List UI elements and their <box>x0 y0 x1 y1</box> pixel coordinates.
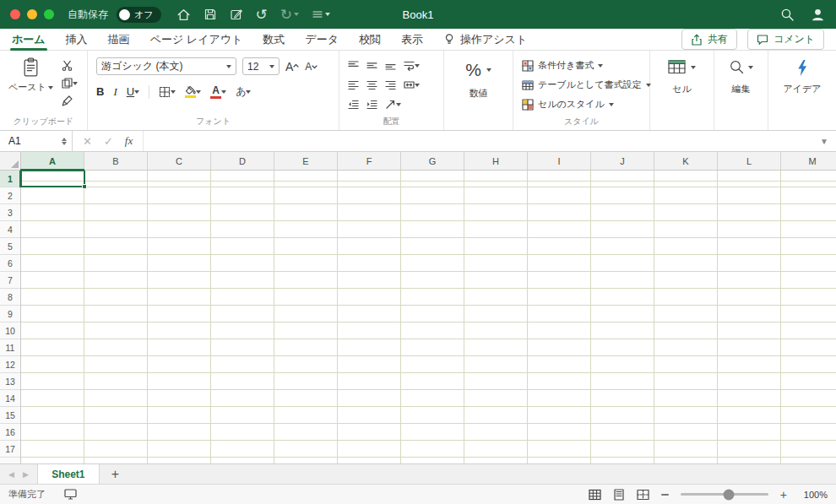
formula-input[interactable] <box>144 131 812 151</box>
tab-挿入[interactable]: 挿入 <box>66 29 88 51</box>
column-header-J[interactable]: J <box>591 152 654 170</box>
row-header-11[interactable]: 11 <box>0 339 20 356</box>
row-header-1[interactable]: 1 <box>0 171 20 187</box>
row-header-9[interactable]: 9 <box>0 306 20 322</box>
ideas-button[interactable]: アイデア <box>774 59 831 95</box>
prev-sheet-icon[interactable]: ◀ <box>8 470 14 479</box>
cells-button[interactable]: セル <box>655 59 708 95</box>
row-header-13[interactable]: 13 <box>0 373 20 390</box>
save-as-icon[interactable] <box>230 8 243 21</box>
column-header-B[interactable]: B <box>84 152 148 170</box>
cancel-icon[interactable]: ✕ <box>83 135 92 148</box>
align-bottom-icon[interactable] <box>385 60 396 71</box>
normal-view-icon[interactable] <box>589 489 601 501</box>
column-header-D[interactable]: D <box>211 152 274 170</box>
merge-center-icon[interactable] <box>404 79 420 90</box>
tab-ホーム[interactable]: ホーム <box>12 29 46 51</box>
column-header-I[interactable]: I <box>528 152 591 170</box>
row-header-7[interactable]: 7 <box>0 272 20 289</box>
zoom-window-button[interactable] <box>44 9 54 19</box>
decrease-font-size-button[interactable]: A <box>305 61 318 73</box>
text-orientation-icon[interactable] <box>385 99 401 110</box>
row-header-2[interactable]: 2 <box>0 187 20 204</box>
close-window-button[interactable] <box>10 9 20 19</box>
share-button[interactable]: 共有 <box>681 29 737 50</box>
home-icon[interactable] <box>176 8 191 22</box>
cell-styles-button[interactable]: セルのスタイル <box>522 96 644 112</box>
enter-icon[interactable]: ✓ <box>104 135 113 148</box>
zoom-slider-thumb[interactable] <box>724 489 735 500</box>
align-right-icon[interactable] <box>385 79 396 90</box>
align-center-icon[interactable] <box>366 79 377 90</box>
format-as-table-button[interactable]: テーブルとして書式設定 <box>522 77 644 93</box>
column-header-G[interactable]: G <box>401 152 464 170</box>
redo-icon[interactable]: ↻ <box>280 8 299 22</box>
align-left-icon[interactable] <box>348 79 359 90</box>
number-format-button[interactable]: % 数値 <box>449 61 508 100</box>
font-size-select[interactable]: 12 <box>242 57 280 75</box>
customize-quick-access-icon[interactable] <box>312 8 330 20</box>
increase-indent-icon[interactable] <box>366 99 377 110</box>
row-header-16[interactable]: 16 <box>0 424 20 441</box>
name-box[interactable]: A1 <box>0 131 73 151</box>
next-sheet-icon[interactable]: ▶ <box>23 470 29 479</box>
italic-button[interactable]: I <box>113 85 117 99</box>
fill-handle[interactable] <box>82 184 87 189</box>
decrease-indent-icon[interactable] <box>348 99 359 110</box>
column-header-H[interactable]: H <box>464 152 528 170</box>
column-header-C[interactable]: C <box>148 152 211 170</box>
account-icon[interactable] <box>810 7 826 23</box>
row-header-17[interactable]: 17 <box>0 441 20 458</box>
select-all-corner[interactable] <box>0 152 21 170</box>
tab-tell-me[interactable]: 操作アシスト <box>443 29 527 51</box>
zoom-in-button[interactable]: + <box>780 489 787 501</box>
font-name-select[interactable]: 游ゴシック (本文) <box>96 57 236 75</box>
column-header-M[interactable]: M <box>781 152 836 170</box>
paste-button[interactable]: ペースト <box>8 57 53 106</box>
align-top-icon[interactable] <box>348 60 359 71</box>
cut-icon[interactable] <box>62 60 78 71</box>
tab-校閲[interactable]: 校閲 <box>359 29 381 51</box>
name-box-stepper[interactable] <box>62 138 68 145</box>
insert-function-icon[interactable]: fx <box>125 134 133 148</box>
column-header-F[interactable]: F <box>338 152 401 170</box>
bold-button[interactable]: B <box>96 85 104 98</box>
zoom-out-button[interactable] <box>661 494 669 496</box>
tab-ページ レイアウト[interactable]: ページ レイアウト <box>150 29 243 51</box>
minimize-window-button[interactable] <box>27 9 37 19</box>
fill-color-button[interactable] <box>185 85 201 98</box>
row-header-3[interactable]: 3 <box>0 204 20 221</box>
column-header-E[interactable]: E <box>274 152 338 170</box>
tab-表示[interactable]: 表示 <box>401 29 423 51</box>
row-header-6[interactable]: 6 <box>0 255 20 272</box>
borders-button[interactable] <box>159 86 176 98</box>
page-break-preview-icon[interactable] <box>637 489 649 501</box>
column-header-K[interactable]: K <box>654 152 718 170</box>
tab-データ[interactable]: データ <box>305 29 339 51</box>
row-header-14[interactable]: 14 <box>0 390 20 407</box>
column-header-L[interactable]: L <box>718 152 781 170</box>
copy-icon[interactable] <box>62 78 78 89</box>
page-layout-view-icon[interactable] <box>613 489 625 501</box>
row-header-12[interactable]: 12 <box>0 356 20 373</box>
cell-grid[interactable] <box>0 171 836 463</box>
comments-button[interactable]: コメント <box>747 29 824 50</box>
display-settings-icon[interactable] <box>64 489 77 500</box>
autosave-toggle[interactable]: オフ <box>117 7 161 23</box>
conditional-formatting-button[interactable]: 条件付き書式 <box>522 57 644 73</box>
underline-button[interactable]: U <box>127 85 139 98</box>
align-middle-icon[interactable] <box>366 60 377 71</box>
undo-icon[interactable]: ↺ <box>256 8 268 22</box>
row-header-15[interactable]: 15 <box>0 407 20 424</box>
sheet-tab-sheet1[interactable]: Sheet1 <box>37 464 100 484</box>
phonetic-guide-button[interactable]: あ <box>236 84 251 99</box>
increase-font-size-button[interactable]: A <box>285 60 299 73</box>
row-header-10[interactable]: 10 <box>0 322 20 339</box>
add-sheet-button[interactable]: + <box>100 464 131 484</box>
zoom-slider[interactable] <box>681 493 768 496</box>
save-icon[interactable] <box>204 8 217 21</box>
tab-描画[interactable]: 描画 <box>108 29 130 51</box>
row-header-4[interactable]: 4 <box>0 221 20 238</box>
editing-button[interactable]: 編集 <box>719 59 763 95</box>
search-icon[interactable] <box>780 8 795 22</box>
